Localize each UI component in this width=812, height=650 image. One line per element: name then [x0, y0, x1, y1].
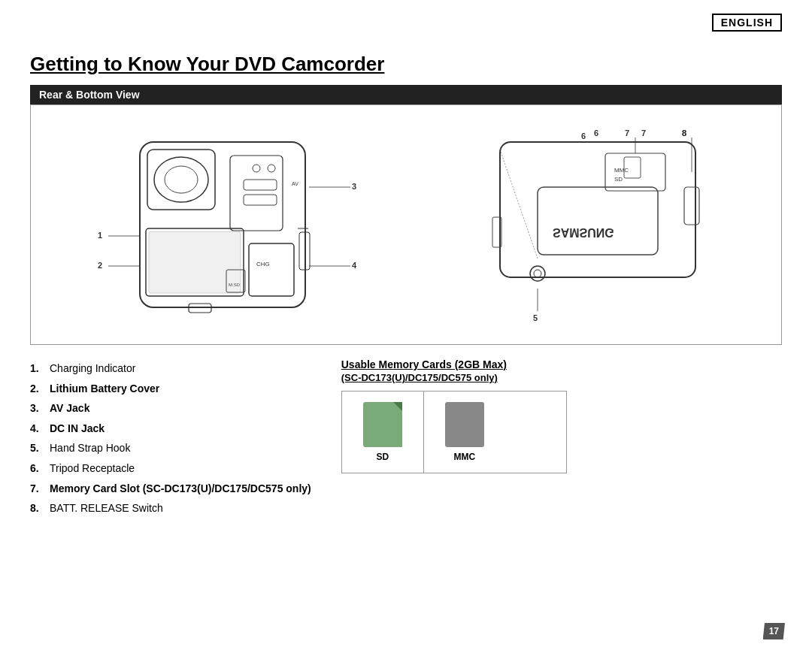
- diagram-box: CHG 3 AV 4 1 2 M.SD: [30, 104, 782, 345]
- svg-text:7: 7: [625, 128, 629, 138]
- svg-point-6: [268, 165, 275, 172]
- list-item: 7.Memory Card Slot (SC-DC173(U)/DC175/DC…: [30, 479, 311, 499]
- svg-text:3: 3: [352, 182, 356, 191]
- svg-point-5: [253, 165, 260, 172]
- list-item: 8.BATT. RELEASE Switch: [30, 498, 311, 518]
- item-label: AV Jack: [50, 398, 89, 419]
- svg-text:8: 8: [682, 128, 686, 138]
- mmc-card-cell: MMC: [424, 392, 505, 473]
- memory-title: Usable Memory Cards (2GB Max): [341, 358, 567, 370]
- sd-card-image: [363, 402, 402, 447]
- mmc-card-label: MMC: [453, 452, 475, 462]
- svg-point-3: [165, 166, 198, 193]
- item-label: Memory Card Slot (SC-DC173(U)/DC175/DC57…: [50, 479, 311, 499]
- language-badge: ENGLISH: [712, 14, 782, 32]
- mmc-card-image: [445, 402, 484, 447]
- bottom-camera-diagram: MMC SD SAMSUNG 5 6 7 8: [477, 127, 718, 322]
- svg-text:5: 5: [533, 313, 538, 322]
- page-container: ENGLISH Getting to Know Your DVD Camcord…: [0, 0, 812, 650]
- svg-rect-10: [149, 231, 241, 293]
- svg-text:SAMSUNG: SAMSUNG: [553, 226, 614, 239]
- item-label: Hand Strap Hook: [50, 438, 130, 458]
- list-item: 6.Tripod Receptacle: [30, 458, 311, 479]
- svg-text:M.SD: M.SD: [229, 283, 241, 287]
- svg-rect-11: [249, 243, 294, 296]
- memory-cards-box: SD MMC: [341, 391, 567, 473]
- item-number: 4.: [30, 419, 45, 439]
- svg-rect-34: [538, 187, 658, 255]
- content-area: 1.Charging Indicator2.Lithium Battery Co…: [30, 358, 782, 518]
- svg-text:4: 4: [352, 261, 357, 270]
- svg-text:7: 7: [641, 128, 646, 138]
- svg-text:6: 6: [594, 128, 598, 138]
- svg-text:CHG: CHG: [256, 261, 270, 268]
- svg-text:1: 1: [98, 231, 102, 240]
- svg-rect-8: [244, 195, 277, 205]
- svg-rect-1: [147, 150, 215, 210]
- item-label: DC IN Jack: [50, 419, 105, 439]
- svg-text:SD: SD: [614, 176, 623, 183]
- svg-line-39: [500, 150, 538, 258]
- page-title: Getting to Know Your DVD Camcorder: [30, 53, 782, 76]
- item-number: 8.: [30, 498, 45, 518]
- list-item: 5.Hand Strap Hook: [30, 438, 311, 458]
- parts-list: 1.Charging Indicator2.Lithium Battery Co…: [30, 358, 311, 518]
- item-number: 7.: [30, 479, 45, 499]
- svg-rect-7: [244, 180, 277, 190]
- list-item: 2.Lithium Battery Cover: [30, 379, 311, 399]
- item-label: Charging Indicator: [50, 358, 135, 379]
- svg-rect-27: [500, 142, 695, 277]
- sd-card-cell: SD: [342, 392, 424, 473]
- item-label: Lithium Battery Cover: [50, 379, 159, 399]
- page-number: 17: [763, 623, 785, 639]
- item-label: BATT. RELEASE Switch: [50, 498, 163, 518]
- svg-text:MMC: MMC: [614, 167, 629, 174]
- sd-card-label: SD: [376, 452, 389, 462]
- svg-text:6: 6: [581, 132, 586, 141]
- item-number: 3.: [30, 398, 45, 419]
- item-label: Tripod Receptacle: [50, 458, 135, 479]
- item-number: 2.: [30, 379, 45, 399]
- list-item: 3.AV Jack: [30, 398, 311, 419]
- svg-text:AV: AV: [292, 181, 298, 186]
- memory-subtitle: (SC-DC173(U)/DC175/DC575 only): [341, 372, 567, 383]
- item-number: 5.: [30, 438, 45, 458]
- item-number: 6.: [30, 458, 45, 479]
- svg-text:2: 2: [98, 261, 102, 270]
- item-number: 1.: [30, 358, 45, 379]
- svg-point-33: [534, 270, 541, 277]
- svg-point-2: [154, 157, 208, 202]
- list-item: 1.Charging Indicator: [30, 358, 311, 379]
- section-header: Rear & Bottom View: [30, 85, 782, 104]
- memory-section: Usable Memory Cards (2GB Max) (SC-DC173(…: [341, 358, 567, 473]
- svg-point-32: [530, 266, 545, 281]
- svg-rect-36: [684, 187, 699, 225]
- rear-camera-diagram: CHG 3 AV 4 1 2 M.SD: [95, 119, 380, 330]
- list-item: 4.DC IN Jack: [30, 419, 311, 439]
